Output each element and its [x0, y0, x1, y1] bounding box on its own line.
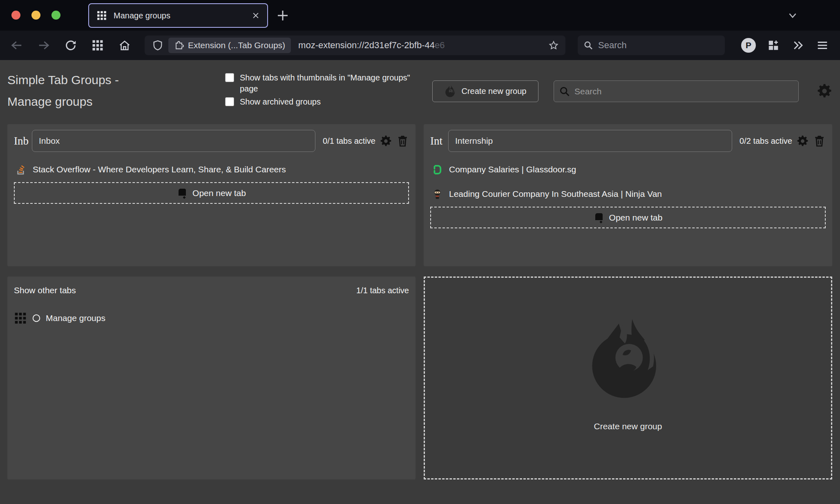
toolbar-search-field[interactable]: Search	[578, 36, 725, 55]
checkbox-show-thumbnails[interactable]	[225, 73, 234, 82]
extension-permission-chip[interactable]: Extension (...Tab Groups)	[168, 38, 291, 53]
forward-button[interactable]	[38, 39, 50, 51]
list-all-tabs-chevron-icon[interactable]	[786, 10, 799, 21]
close-window-button[interactable]	[11, 11, 20, 20]
browser-window: Manage groups Extension (...Tab Groups) …	[0, 0, 840, 504]
group-header: Int 0/2 tabs active	[430, 130, 826, 152]
create-new-group-card-label: Create new group	[425, 421, 831, 431]
create-new-group-label: Create new group	[462, 87, 527, 96]
option-show-archived[interactable]: Show archived groups	[225, 96, 417, 107]
other-tabs-card: Show other tabs 1/1 tabs active Manage g…	[7, 277, 416, 479]
option-label: Show archived groups	[240, 96, 321, 107]
url-text-faded: e6	[435, 40, 445, 50]
firefox-logo-icon	[586, 315, 670, 405]
home-button[interactable]	[118, 39, 131, 51]
tab-row-title: Company Salaries | Glassdoor.sg	[449, 165, 576, 174]
tab-close-icon[interactable]	[252, 11, 260, 20]
extension-chip-label: Extension (...Tab Groups)	[188, 40, 285, 50]
back-button[interactable]	[11, 39, 23, 51]
create-new-group-card[interactable]: Create new group	[424, 277, 832, 479]
browser-tab-manage-groups[interactable]: Manage groups	[88, 3, 268, 28]
new-tab-plus-icon	[594, 212, 604, 223]
navigation-toolbar: Extension (...Tab Groups) moz-extension:…	[0, 31, 840, 60]
page-search-field[interactable]	[554, 80, 799, 102]
group-card-internship: Int 0/2 tabs active Company Salaries | G…	[424, 124, 832, 266]
group-delete-trash-icon[interactable]	[813, 135, 826, 147]
bookmark-star-icon[interactable]	[548, 40, 559, 51]
tab-row-title: Manage groups	[46, 313, 105, 323]
group-icon-text: Int	[430, 135, 448, 147]
group-icon-text: Inb	[14, 135, 32, 147]
grid-favicon-icon	[96, 10, 107, 21]
group-settings-gear-icon[interactable]	[380, 135, 392, 147]
manage-groups-page: Simple Tab Groups - Manage groups Show t…	[0, 60, 840, 504]
other-tabs-header: Show other tabs 1/1 tabs active	[14, 282, 409, 295]
page-options: Show tabs with thumbnails in "Manage gro…	[225, 72, 417, 109]
group-name-input[interactable]	[448, 130, 732, 152]
checkbox-show-archived[interactable]	[225, 97, 234, 106]
tab-row-title: Stack Overflow - Where Developers Learn,…	[33, 165, 286, 174]
extensions-button[interactable]	[767, 39, 780, 51]
group-header: Inb 0/1 tabs active	[14, 130, 409, 152]
search-icon	[583, 40, 593, 50]
page-settings-gear-icon[interactable]	[816, 83, 833, 99]
group-name-input[interactable]	[32, 130, 315, 152]
minimize-window-button[interactable]	[31, 11, 40, 20]
tab-row-title: Leading Courier Company In Southeast Asi…	[449, 189, 662, 199]
zoom-window-button[interactable]	[51, 11, 60, 20]
active-tab-circle-icon	[32, 314, 41, 323]
grid-toolbar-icon[interactable]	[92, 39, 104, 51]
group-tabs-counter: 0/1 tabs active	[323, 136, 375, 146]
group-tabs-counter: 0/2 tabs active	[739, 136, 792, 146]
tab-row[interactable]: Stack Overflow - Where Developers Learn,…	[14, 163, 409, 176]
url-text[interactable]: moz-extension://2d31ef7c-2bfb-44e6	[298, 40, 445, 51]
firefox-icon	[445, 85, 457, 98]
open-new-tab-label: Open new tab	[609, 213, 663, 223]
new-tab-plus-icon	[177, 187, 188, 199]
toolbar-search-placeholder: Search	[598, 40, 627, 51]
group-cards-grid: Inb 0/1 tabs active Stack Overflow - Whe…	[7, 124, 832, 479]
group-card-inbox: Inb 0/1 tabs active Stack Overflow - Whe…	[7, 124, 416, 266]
search-icon	[559, 86, 570, 97]
group-settings-gear-icon[interactable]	[796, 135, 809, 147]
option-show-thumbnails[interactable]: Show tabs with thumbnails in "Manage gro…	[225, 72, 417, 94]
other-tabs-title[interactable]: Show other tabs	[14, 285, 76, 295]
group-delete-trash-icon[interactable]	[396, 135, 409, 147]
open-new-tab-button[interactable]: Open new tab	[430, 207, 826, 228]
overflow-chevrons-icon[interactable]	[792, 39, 804, 51]
traffic-lights	[11, 11, 60, 20]
tab-row[interactable]: Company Salaries | Glassdoor.sg	[430, 163, 826, 176]
tab-strip: Manage groups	[0, 0, 840, 31]
menu-hamburger-icon[interactable]	[816, 39, 829, 51]
tab-title: Manage groups	[114, 11, 252, 20]
puzzle-piece-icon	[174, 40, 184, 50]
create-new-group-button[interactable]: Create new group	[432, 80, 538, 102]
open-new-tab-button[interactable]: Open new tab	[14, 182, 409, 204]
reload-button[interactable]	[65, 39, 77, 51]
stackoverflow-icon	[16, 164, 27, 175]
page-search-input[interactable]	[574, 87, 793, 96]
open-new-tab-label: Open new tab	[192, 188, 246, 198]
grid-icon	[14, 312, 27, 325]
other-tabs-counter: 1/1 tabs active	[356, 286, 409, 295]
tracking-protection-shield-icon[interactable]	[152, 40, 163, 51]
glassdoor-icon	[432, 164, 443, 175]
url-bar[interactable]: Extension (...Tab Groups) moz-extension:…	[145, 36, 565, 55]
ninjavan-icon	[432, 189, 443, 200]
option-label: Show tabs with thumbnails in "Manage gro…	[240, 72, 417, 94]
profile-avatar[interactable]: P	[741, 38, 756, 53]
page-title: Simple Tab Groups - Manage groups	[7, 69, 148, 113]
new-tab-button[interactable]	[276, 9, 289, 22]
tab-row[interactable]: Manage groups	[14, 312, 409, 325]
tab-row[interactable]: Leading Courier Company In Southeast Asi…	[430, 187, 826, 201]
